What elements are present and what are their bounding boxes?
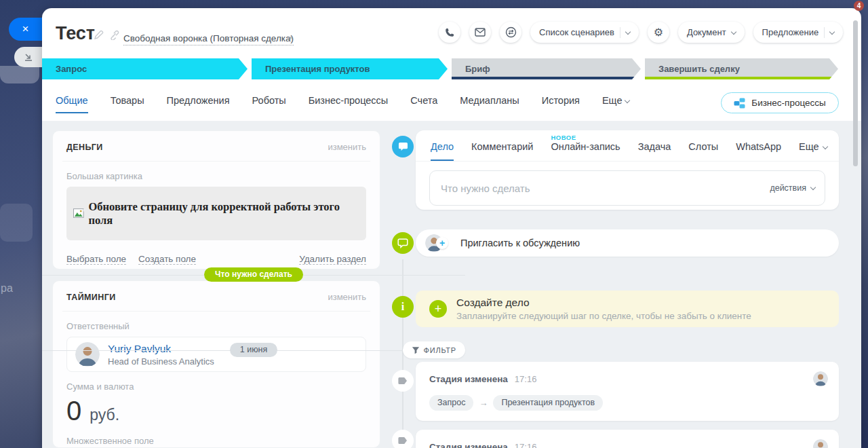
- filter-button[interactable]: ФИЛЬТР: [403, 341, 465, 358]
- chevron-down-icon: [730, 29, 736, 34]
- timeline-tab-more[interactable]: Еще: [799, 141, 827, 161]
- todo-input[interactable]: [441, 183, 770, 194]
- stage-brief[interactable]: Бриф: [452, 58, 641, 79]
- section-title: ДЕНЬГИ: [66, 143, 103, 152]
- email-button[interactable]: [469, 22, 491, 43]
- timeline-stage-icon: [392, 430, 414, 448]
- scenario-list-dropdown[interactable]: Список сценариев: [530, 22, 639, 43]
- deal-tabs: Общие Товары Предложения Роботы Бизнес-п…: [56, 95, 629, 113]
- responsible-role: Head of Business Analytics: [108, 356, 214, 367]
- timeline-tab-comment[interactable]: Комментарий: [471, 141, 533, 161]
- call-button[interactable]: [439, 22, 460, 43]
- broken-field-text: Обновите страницу для корректной работы …: [89, 200, 360, 227]
- timeline-composer-card: Дело Комментарий НОВОЕ Онлайн-запись Зад…: [416, 130, 839, 210]
- timeline-info-icon: i: [392, 296, 414, 318]
- hint-subtitle: Запланируйте следующий шаг по сделке, чт…: [456, 311, 751, 321]
- arrow-right-icon: →: [479, 398, 488, 408]
- timeline-tab-whatsapp[interactable]: WhatsApp: [736, 141, 781, 161]
- timeline-stage-icon: [392, 370, 414, 392]
- todo-pill-button[interactable]: Что нужно сделать: [204, 267, 303, 282]
- copy-link-icon[interactable]: [109, 30, 119, 40]
- invite-to-discussion-row[interactable]: + Пригласить к обсуждению: [416, 229, 839, 257]
- business-process-button[interactable]: Бизнес-процессы: [721, 92, 839, 113]
- timeline-comment-icon: [392, 232, 414, 254]
- tab-history[interactable]: История: [542, 95, 580, 113]
- info-icon: i: [401, 301, 404, 313]
- timeline-entry-stage-changed[interactable]: Стадия изменена 17:16: [416, 430, 839, 448]
- deal-content-area: ДЕНЬГИ изменить Большая картинка Обновит…: [42, 121, 861, 448]
- filter-button-label: ФИЛЬТР: [424, 346, 456, 354]
- document-label: Документ: [687, 27, 726, 37]
- tab-offers[interactable]: Предложения: [167, 95, 230, 113]
- timeline-tab-slots[interactable]: Слоты: [688, 141, 718, 161]
- add-participant-icon[interactable]: +: [436, 237, 448, 249]
- money-section-card: ДЕНЬГИ изменить Большая картинка Обновит…: [52, 130, 380, 269]
- divider: [620, 27, 620, 38]
- composer-actions-dropdown[interactable]: действия: [770, 183, 815, 193]
- delete-section-link[interactable]: Удалить раздел: [299, 254, 366, 265]
- edit-section-link[interactable]: изменить: [328, 142, 366, 152]
- divider: [62, 311, 370, 312]
- phone-icon: [444, 27, 455, 38]
- add-activity-button[interactable]: +: [429, 300, 447, 318]
- amount-value: 0: [66, 396, 81, 426]
- offer-label: Предложение: [762, 27, 819, 37]
- chevron-down-icon: [625, 98, 630, 103]
- tab-mediaplans[interactable]: Медиапланы: [460, 95, 519, 113]
- select-field-link[interactable]: Выбрать поле: [66, 254, 126, 265]
- offer-dropdown[interactable]: Предложение: [753, 22, 844, 43]
- field-label: Множественное поле: [66, 436, 366, 446]
- tab-invoices[interactable]: Счета: [410, 95, 437, 113]
- chat-icon: [505, 26, 517, 38]
- open-line-chat-button[interactable]: [500, 22, 521, 43]
- tab-products[interactable]: Товары: [111, 95, 144, 113]
- chevron-down-icon: [810, 185, 816, 190]
- new-badge: НОВОЕ: [551, 134, 576, 141]
- timeline-tab-task[interactable]: Задача: [638, 141, 671, 161]
- tab-business-processes[interactable]: Бизнес-процессы: [309, 95, 389, 113]
- settings-button[interactable]: ⚙: [648, 22, 669, 43]
- composer-actions-label: действия: [770, 183, 806, 193]
- stage-tag-icon: [398, 377, 408, 385]
- document-dropdown[interactable]: Документ: [678, 22, 745, 43]
- timeline-tab-activity[interactable]: Дело: [431, 141, 454, 161]
- stage-presentation[interactable]: Презентация продуктов: [252, 58, 448, 79]
- close-icon: ×: [22, 22, 29, 36]
- funnel-dropdown-arrow-icon[interactable]: ▾: [289, 34, 292, 41]
- vertical-scrollbar[interactable]: [853, 20, 858, 166]
- tab-general[interactable]: Общие: [56, 95, 88, 113]
- create-activity-hint-card: + Создайте дело Запланируйте следующий ш…: [416, 291, 839, 327]
- stage-request[interactable]: Запрос: [42, 58, 248, 79]
- chat-bubble-icon: [398, 142, 408, 151]
- notification-badge[interactable]: 4: [854, 1, 864, 11]
- chevron-down-icon: [625, 29, 631, 34]
- entry-title: Стадия изменена: [429, 442, 508, 448]
- chevron-down-icon: [829, 29, 835, 34]
- field-label: Сумма и валюта: [66, 381, 366, 392]
- edit-pencil-icon[interactable]: [94, 30, 104, 40]
- stage-close-deal[interactable]: Завершить сделку: [645, 58, 838, 79]
- divider: [62, 161, 370, 162]
- hint-title: Создайте дело: [456, 297, 751, 309]
- field-label: Большая картинка: [66, 171, 366, 181]
- tab-robots[interactable]: Роботы: [252, 95, 286, 113]
- broken-image-icon: [73, 208, 86, 219]
- background-blur-shape: [0, 204, 33, 242]
- todo-separator: Что нужно сделать: [42, 267, 465, 282]
- todo-composer: действия: [429, 170, 825, 206]
- edit-section-link[interactable]: изменить: [328, 292, 366, 302]
- minimize-slider-button[interactable]: [14, 47, 42, 67]
- mail-icon: [475, 28, 486, 37]
- create-field-link[interactable]: Создать поле: [138, 254, 196, 265]
- timeline-entry-stage-changed[interactable]: Стадия изменена 17:16 Запрос → Презентац…: [416, 362, 839, 421]
- stage-from-badge: Запрос: [429, 395, 473, 411]
- funnel-selector[interactable]: Свободная воронка (Повторная сделка): [123, 33, 294, 45]
- deal-detail-panel: Тест Свободная воронка (Повторная сделка…: [42, 8, 861, 448]
- close-slider-button[interactable]: ×: [9, 18, 42, 41]
- deal-title: Тест: [56, 23, 95, 44]
- avatar: [813, 371, 828, 386]
- timeline-tab-online-booking[interactable]: НОВОЕ Онлайн-запись: [551, 141, 620, 161]
- avatar: [813, 439, 828, 448]
- timeline-editor-icon: [392, 136, 414, 157]
- tab-more[interactable]: Еще: [602, 95, 630, 113]
